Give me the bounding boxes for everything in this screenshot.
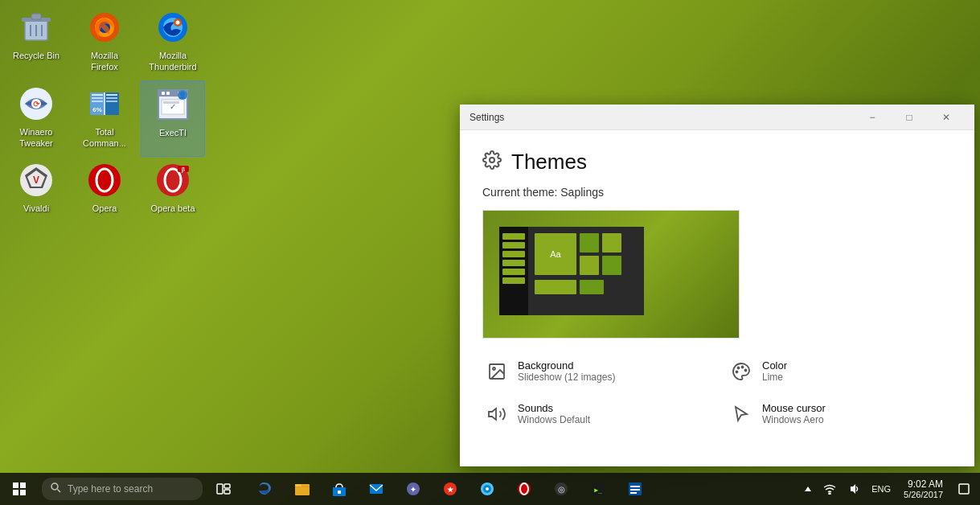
current-theme-label: Current theme: Saplings bbox=[482, 186, 952, 199]
svg-rect-58 bbox=[20, 490, 26, 495]
svg-marker-88 bbox=[851, 484, 855, 494]
svg-point-44 bbox=[168, 172, 178, 188]
themes-header: Themes bbox=[482, 150, 952, 174]
svg-rect-18 bbox=[105, 92, 119, 115]
svg-marker-54 bbox=[489, 409, 496, 420]
desktop-icon-thunderbird[interactable]: Mozilla Thunderbird bbox=[141, 4, 205, 80]
desktop-icon-vivaldi[interactable]: V Vivaldi bbox=[4, 157, 68, 233]
search-icon bbox=[50, 482, 61, 496]
taskbar-volume-icon[interactable] bbox=[843, 473, 865, 505]
svg-text:✦: ✦ bbox=[410, 486, 416, 494]
svg-rect-57 bbox=[13, 490, 18, 495]
preview-sidebar-item bbox=[502, 242, 525, 248]
svg-point-77 bbox=[520, 483, 528, 495]
svg-text:👤: 👤 bbox=[178, 91, 187, 99]
taskbar-taskview-button[interactable] bbox=[206, 473, 241, 505]
theme-setting-sounds[interactable]: Sounds Windows Default bbox=[482, 399, 707, 429]
taskbar-explorer-icon[interactable] bbox=[285, 473, 320, 505]
taskbar-app7-icon[interactable]: ★ bbox=[433, 473, 468, 505]
theme-settings-grid: Background Slideshow (12 images) bbox=[482, 356, 952, 429]
desktop-icon-opera[interactable]: Opera bbox=[72, 157, 137, 233]
svg-rect-34 bbox=[163, 101, 179, 104]
taskbar-system-tray: ENG 9:02 AM 5/26/2017 bbox=[799, 473, 980, 505]
settings-gear-icon bbox=[482, 150, 502, 174]
sounds-value: Windows Default bbox=[518, 414, 590, 425]
clock-time: 9:02 AM bbox=[908, 478, 943, 490]
preview-mock-window: Aa bbox=[499, 227, 644, 315]
desktop-icon-label: Opera beta bbox=[150, 203, 195, 214]
search-input[interactable] bbox=[68, 483, 180, 495]
desktop-icon-label: Recycle Bin bbox=[13, 50, 59, 61]
svg-text:⟳: ⟳ bbox=[33, 100, 40, 109]
preview-tile-aa: Aa bbox=[535, 233, 576, 275]
svg-text:V: V bbox=[33, 174, 39, 186]
desktop-icon-winaero[interactable]: ⟳ Winaero Tweaker bbox=[4, 80, 68, 157]
background-icon bbox=[486, 360, 508, 383]
taskbar-language[interactable]: ENG bbox=[867, 473, 896, 505]
taskbar-app12-icon[interactable] bbox=[617, 473, 653, 505]
theme-setting-color[interactable]: Color Lime bbox=[727, 356, 952, 386]
desktop-icon-totalcommander[interactable]: 6% Total Comman... bbox=[72, 80, 137, 157]
svg-point-59 bbox=[51, 483, 58, 490]
svg-rect-62 bbox=[224, 484, 230, 488]
background-value: Slideshow (12 images) bbox=[518, 372, 615, 383]
svg-rect-24 bbox=[106, 97, 117, 99]
taskbar-app6-icon[interactable]: ✦ bbox=[396, 473, 431, 505]
mouse-cursor-label: Mouse cursor bbox=[762, 402, 826, 414]
svg-rect-84 bbox=[630, 489, 640, 491]
svg-rect-61 bbox=[217, 484, 223, 494]
background-label: Background bbox=[518, 359, 615, 372]
taskbar: ✦ ★ bbox=[0, 473, 980, 505]
taskbar-mail-icon[interactable] bbox=[359, 473, 394, 505]
svg-rect-63 bbox=[224, 490, 230, 494]
taskbar-edge-icon[interactable] bbox=[248, 473, 283, 505]
preview-sidebar-item bbox=[502, 269, 525, 275]
taskbar-clock[interactable]: 9:02 AM 5/26/2017 bbox=[897, 478, 949, 499]
desktop-icon-grid: Recycle Bin Mozilla Firefox bbox=[4, 4, 209, 310]
desktop-icon-exectj[interactable]: ✓ 👤 ExecTI bbox=[141, 80, 205, 157]
svg-rect-89 bbox=[959, 484, 969, 494]
desktop-icon-firefox[interactable]: Mozilla Firefox bbox=[72, 4, 137, 80]
taskbar-network-icon[interactable] bbox=[818, 473, 841, 505]
svg-rect-22 bbox=[92, 101, 103, 102]
theme-setting-background[interactable]: Background Slideshow (12 images) bbox=[482, 356, 707, 386]
preview-tile-wide bbox=[580, 280, 604, 294]
preview-tile-small bbox=[602, 233, 621, 252]
desktop-icon-recycle-bin[interactable]: Recycle Bin bbox=[4, 4, 68, 80]
window-controls: − □ ✕ bbox=[854, 105, 965, 130]
notification-center-button[interactable] bbox=[951, 473, 977, 505]
maximize-button[interactable]: □ bbox=[891, 105, 928, 130]
background-info: Background Slideshow (12 images) bbox=[518, 359, 615, 383]
desktop-icon-opera-beta[interactable]: β Opera beta bbox=[141, 157, 205, 233]
settings-window: Settings − □ ✕ Themes Current theme: Sap… bbox=[460, 105, 974, 466]
svg-point-41 bbox=[100, 172, 109, 188]
window-title: Settings bbox=[469, 112, 854, 123]
preview-tile-small bbox=[580, 233, 599, 252]
minimize-button[interactable]: − bbox=[854, 105, 891, 130]
desktop: Recycle Bin Mozilla Firefox bbox=[0, 0, 980, 505]
taskbar-search-bar[interactable] bbox=[42, 478, 203, 500]
svg-point-50 bbox=[742, 366, 744, 367]
start-button[interactable] bbox=[0, 473, 39, 505]
theme-setting-mouse-cursor[interactable]: Mouse cursor Windows Aero bbox=[727, 399, 952, 429]
desktop-icon-label: ExecTI bbox=[159, 127, 187, 138]
taskbar-app10-icon[interactable]: ◎ bbox=[543, 473, 579, 505]
mouse-cursor-value: Windows Aero bbox=[762, 414, 826, 425]
taskbar-up-arrow[interactable] bbox=[799, 473, 817, 505]
taskbar-app11-icon[interactable]: ▶_ bbox=[580, 473, 616, 505]
close-button[interactable]: ✕ bbox=[928, 105, 965, 130]
svg-text:▶_: ▶_ bbox=[594, 487, 602, 494]
svg-rect-21 bbox=[92, 97, 103, 99]
preview-content-area: Aa bbox=[528, 227, 644, 315]
taskbar-store-icon[interactable] bbox=[322, 473, 357, 505]
cursor-icon bbox=[730, 403, 752, 425]
desktop-icon-label: Opera bbox=[92, 203, 117, 214]
color-icon bbox=[730, 360, 752, 383]
svg-rect-55 bbox=[13, 482, 18, 488]
taskbar-app9-icon[interactable] bbox=[506, 473, 542, 505]
svg-text:6%: 6% bbox=[92, 106, 102, 113]
preview-sidebar-item bbox=[502, 251, 525, 257]
taskbar-app8-icon[interactable] bbox=[469, 473, 505, 505]
svg-line-60 bbox=[58, 490, 61, 493]
color-label: Color bbox=[762, 359, 787, 372]
